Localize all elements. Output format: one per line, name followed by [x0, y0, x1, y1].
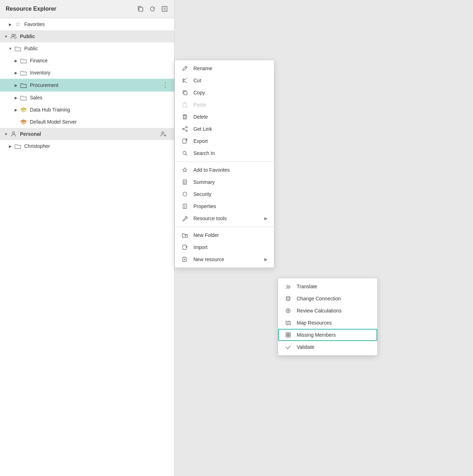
arrow-icon: ▶ — [8, 144, 13, 149]
new-resource-icon — [181, 257, 188, 262]
menu-label: Paste — [193, 102, 267, 108]
tree-item-label: Public — [24, 46, 170, 51]
shield-icon — [181, 191, 188, 197]
menu-item-missing-members[interactable]: Missing Members — [278, 329, 377, 341]
menu-item-copy[interactable]: Copy — [175, 87, 274, 99]
svg-rect-0 — [139, 7, 143, 11]
svg-rect-18 — [183, 245, 186, 249]
menu-item-review-calculations[interactable]: Review Calculations — [278, 305, 377, 317]
folder-icon — [14, 143, 21, 150]
pencil-icon — [181, 66, 188, 71]
svg-point-17 — [184, 205, 185, 206]
menu-item-summary[interactable]: Summary — [175, 176, 274, 188]
svg-point-2 — [12, 34, 14, 36]
menu-item-translate[interactable]: 文 A Translate — [278, 280, 377, 293]
menu-item-paste: Paste — [175, 99, 274, 111]
menu-section-edit: Rename Cut Copy — [175, 60, 274, 162]
menu-label: Validate — [297, 344, 371, 350]
export-icon — [181, 138, 188, 144]
menu-label: Search In — [193, 150, 267, 156]
svg-rect-8 — [184, 92, 187, 95]
tree-item-inventory[interactable]: ▶ Inventory — [0, 67, 174, 79]
menu-label: Add to Favorites — [193, 167, 267, 173]
menu-label: New resource — [193, 257, 259, 262]
svg-rect-9 — [183, 103, 187, 107]
menu-item-cut[interactable]: Cut — [175, 74, 274, 87]
menu-item-export[interactable]: Export — [175, 135, 274, 147]
menu-label: Cut — [193, 78, 267, 83]
arrow-icon: ▼ — [4, 131, 9, 136]
clipboard-icon — [181, 102, 188, 108]
tree-item-christopher[interactable]: ▶ Christopher — [0, 140, 174, 152]
menu-label: Rename — [193, 66, 267, 71]
layers-orange-icon — [20, 118, 27, 125]
menu-label: Properties — [193, 203, 267, 209]
database-icon — [285, 296, 292, 301]
sidebar-header: Resource Explorer — [0, 0, 174, 18]
context-menu-secondary: 文 A Translate Change Connection — [278, 278, 378, 356]
folder-icon — [20, 57, 27, 64]
check-icon — [285, 344, 292, 350]
menu-item-map-resources[interactable]: Map Resources — [278, 317, 377, 329]
tree-item-sales[interactable]: ▶ Sales — [0, 92, 174, 104]
menu-label: Review Calculations — [297, 308, 371, 314]
menu-item-rename[interactable]: Rename — [175, 62, 274, 74]
menu-label: Export — [193, 138, 267, 144]
tree-item-favorites[interactable]: ▶ Favorites — [0, 18, 174, 30]
menu-item-get-link[interactable]: Get Link — [175, 123, 274, 135]
svg-point-11 — [182, 128, 184, 130]
arrow-icon: ▶ — [14, 83, 19, 88]
svg-rect-24 — [286, 333, 288, 335]
tree-item-public-group[interactable]: ▼ Public — [0, 30, 174, 42]
menu-item-validate[interactable]: Validate — [278, 341, 377, 353]
menu-label: Map Resources — [297, 320, 371, 326]
tree-item-label: Personal — [20, 131, 160, 137]
menu-item-search-in[interactable]: Search In — [175, 147, 274, 159]
menu-item-properties[interactable]: Properties — [175, 200, 274, 212]
menu-item-new-resource[interactable]: New resource ▶ — [175, 253, 274, 265]
expand-button[interactable] — [161, 5, 168, 13]
copy-panel-button[interactable] — [136, 5, 144, 13]
svg-point-7 — [183, 81, 184, 82]
tree-item-label: Data Hub Training — [30, 107, 170, 113]
tree-item-finance[interactable]: ▶ Finance — [0, 55, 174, 67]
menu-label: Delete — [193, 114, 267, 120]
menu-item-add-favorites[interactable]: Add to Favorites — [175, 164, 274, 176]
folder-icon — [20, 69, 27, 76]
menu-item-resource-tools[interactable]: Resource tools ▶ — [175, 212, 274, 224]
add-person-icon — [160, 130, 167, 138]
menu-label: Summary — [193, 179, 267, 185]
svg-rect-25 — [289, 333, 290, 335]
tree-item-procurement[interactable]: ▶ Procurement ⋮ — [0, 79, 174, 92]
svg-point-3 — [14, 35, 16, 36]
tree-item-default-model[interactable]: ▶ Default Model Server — [0, 116, 174, 128]
svg-point-6 — [183, 79, 184, 80]
more-options-button[interactable]: ⋮ — [161, 81, 170, 89]
svg-point-5 — [162, 132, 164, 134]
tree-item-datahub[interactable]: ▶ Data Hub Training — [0, 104, 174, 116]
arrow-icon: ▶ — [14, 95, 19, 100]
arrow-icon: ▶ — [14, 70, 19, 75]
tree-item-label: Sales — [30, 95, 170, 100]
arrow-icon: ▶ — [8, 22, 13, 27]
calculations-icon — [285, 308, 292, 314]
people-icon — [10, 33, 17, 40]
menu-item-security[interactable]: Security — [175, 188, 274, 200]
menu-item-import[interactable]: Import — [175, 241, 274, 253]
copy-icon — [181, 90, 188, 95]
menu-item-new-folder[interactable]: New Folder — [175, 229, 274, 241]
svg-rect-26 — [286, 335, 288, 337]
menu-item-change-connection[interactable]: Change Connection — [278, 293, 377, 305]
context-menu-primary: Rename Cut Copy — [175, 60, 274, 268]
tree-item-personal-group[interactable]: ▼ Personal — [0, 128, 174, 140]
refresh-button[interactable] — [149, 5, 156, 13]
svg-text:A: A — [288, 285, 291, 289]
menu-item-delete[interactable]: Delete — [175, 111, 274, 123]
tree-item-label: Public — [20, 33, 170, 39]
folder-icon — [14, 45, 21, 52]
wrench-icon — [181, 216, 188, 221]
menu-label: Security — [193, 191, 267, 197]
tree-item-label: Procurement — [30, 82, 161, 88]
tree-item-public-folder[interactable]: ▼ Public — [0, 42, 174, 55]
scissors-icon — [181, 78, 188, 83]
